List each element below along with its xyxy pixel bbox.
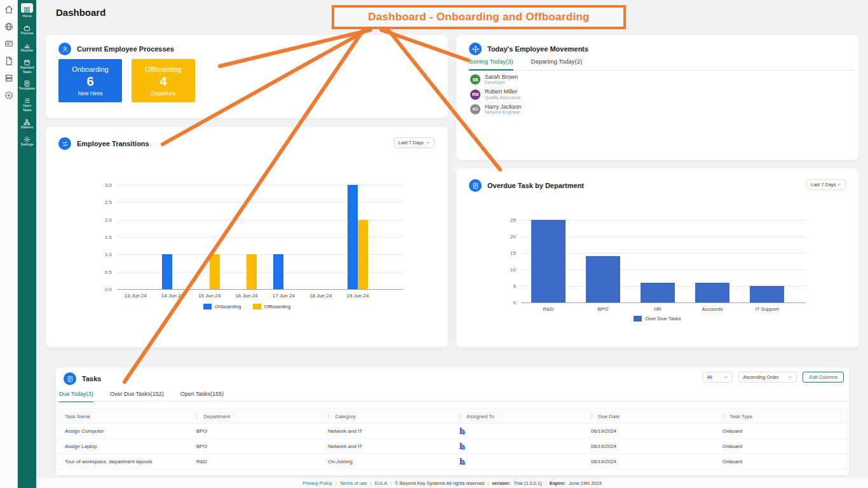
annotation-box: Dashboard - Onboarding and Offboarding	[332, 5, 626, 29]
list-item-person: RMRobert MillerQuality Assurance	[470, 88, 522, 100]
sidebar-item-masters[interactable]: Masters	[21, 117, 34, 130]
footer-separator: |	[545, 480, 546, 486]
offboarding-tile[interactable]: Offboarding4Departure	[132, 59, 195, 102]
legend-item: Over Due Tasks	[634, 316, 681, 322]
column-header: |Assigned To	[452, 413, 584, 419]
file-icon[interactable]	[4, 57, 13, 65]
sidebar-item-templates[interactable]: Templates	[19, 78, 35, 91]
cell-category: Network and IT	[321, 444, 452, 449]
x-axis-label: 13 Jun 24	[117, 293, 154, 299]
list-item-person: SBSarah BrownDeveloper	[470, 74, 522, 85]
employee-movements-card: Today's Employee Movements Joining Today…	[456, 35, 858, 160]
sidebar-item-process[interactable]: Process	[21, 23, 34, 36]
y-tick-label: 2.0	[88, 217, 112, 223]
table-row[interactable]: Assign ComputerBPONetwork and ITb06/19/2…	[58, 424, 847, 439]
card-title: Current Employee Processes	[77, 45, 174, 53]
tab-joining-today[interactable]: Joining Today(3)	[469, 58, 513, 71]
table-row[interactable]: Assign LaptopBPONetwork and ITb06/19/202…	[58, 439, 847, 454]
onboarding-tile[interactable]: Onboarding6New Hires	[58, 59, 122, 102]
y-tick-label: 1.5	[88, 234, 112, 240]
assignee-b-logo-icon: b	[459, 443, 465, 451]
employee-transitions-card: Employee Transitions Last 7 Days 0.00.51…	[46, 127, 448, 348]
overdue-task-card: Overdue Task by Department Last 7 Days 0…	[456, 168, 858, 348]
tasks-filter-select[interactable]: All	[702, 372, 733, 383]
transitions-range-select[interactable]: Last 7 Days	[394, 137, 435, 148]
sidebar-item-home[interactable]: Home	[21, 3, 33, 18]
calendar-icon	[24, 57, 31, 64]
y-tick-label: 0.0	[88, 287, 112, 292]
column-separator: |	[591, 413, 592, 419]
sidebar-item-standard-tasks[interactable]: Standard Tasks	[19, 57, 36, 74]
x-axis-label: 18 Jun 24	[302, 293, 339, 299]
footer-separator: |	[370, 480, 372, 486]
column-header: |Task Type	[715, 413, 847, 419]
message-icon[interactable]	[4, 39, 13, 48]
y-tick-label: 5	[492, 283, 516, 289]
cell-due-date: 06/19/2024	[584, 459, 715, 464]
card-title: Today's Employee Movements	[487, 45, 588, 53]
column-separator: |	[196, 413, 198, 419]
tasks-sort-select[interactable]: Ascending Order	[738, 372, 797, 383]
briefcase-icon	[24, 23, 31, 30]
home-icon[interactable]	[4, 5, 13, 14]
sidebar-item-open-tasks[interactable]: Open Tasks	[19, 95, 36, 112]
bar-over-due-tasks	[586, 256, 620, 302]
x-axis-label: 16 Jun 24	[228, 293, 265, 299]
gridline	[521, 302, 806, 303]
version-label: version:	[492, 480, 510, 486]
sidebar-item-label: Process	[21, 31, 34, 36]
cell-category: On-Joining	[321, 459, 452, 464]
plus-circle-icon[interactable]	[4, 91, 13, 100]
privacy-policy-link[interactable]: Privacy Policy	[302, 480, 332, 486]
x-axis-label: HR	[630, 306, 685, 312]
terms-of-use-link[interactable]: Terms of use	[340, 480, 367, 486]
globe-icon[interactable]	[4, 22, 13, 31]
cell-due-date: 06/19/2024	[584, 428, 715, 434]
tasks-icon	[64, 372, 76, 385]
footer-separator: |	[336, 480, 337, 486]
column-separator: |	[459, 413, 461, 419]
tile-label: Onboarding	[72, 65, 109, 73]
column-header: |Due Date	[584, 413, 715, 419]
cell-assigned-to: b	[452, 443, 584, 451]
tile-count: 4	[159, 74, 166, 89]
cell-due-date: 06/19/2024	[584, 444, 715, 449]
server-icon[interactable]	[4, 74, 13, 83]
assignee-b-logo-icon: b	[459, 458, 465, 466]
avatar: RM	[470, 90, 480, 100]
card-title: Tasks	[82, 375, 101, 383]
page-title: Dashboard	[56, 7, 105, 18]
y-tick-label: 2.5	[88, 200, 112, 205]
expire-value: June 24th 2024	[569, 480, 602, 486]
sidebar-item-reports[interactable]: Reports	[21, 40, 33, 53]
bar-over-due-tasks	[750, 286, 784, 302]
y-tick-label: 3.0	[88, 182, 112, 188]
chart-legend: Over Due Tasks	[456, 316, 858, 322]
x-axis-label: R&D	[521, 306, 576, 312]
bar-offboarding	[247, 254, 257, 289]
avatar: HJ	[470, 104, 480, 114]
x-axis-label: IT Support	[740, 306, 794, 312]
cell-task-name: Tour of workspace, department layouts	[58, 459, 189, 464]
edit-columns-button[interactable]: Edit Columns	[803, 372, 844, 383]
legend-swatch	[253, 304, 261, 309]
cell-department: BPO	[189, 444, 321, 449]
eula-link[interactable]: EULA	[375, 480, 388, 486]
chevron-down-icon	[788, 375, 792, 379]
outer-icon-rail	[0, 0, 18, 488]
gear-icon	[24, 134, 31, 141]
list-item-person: HJHarry JacksonNetwork Engineer	[470, 104, 522, 115]
table-row[interactable]: Tour of workspace, department layoutsR&D…	[58, 454, 847, 470]
sidebar-item-settings[interactable]: Settings	[21, 134, 34, 147]
chart-legend: OnboardingOffboarding	[46, 304, 448, 309]
chevron-down-icon	[837, 182, 841, 187]
template-icon	[24, 78, 31, 85]
gridline	[117, 202, 403, 203]
tab-departing-today[interactable]: Departing Today(2)	[531, 58, 583, 70]
x-axis-label: 15 Jun 24	[191, 293, 228, 299]
sidebar-item-label: Standard Tasks	[19, 65, 36, 74]
overdue-range-select[interactable]: Last 7 Days	[806, 179, 846, 190]
x-axis-label: 19 Jun 24	[339, 293, 376, 299]
y-tick-label: 20	[492, 234, 516, 240]
y-tick-label: 25	[492, 217, 516, 223]
